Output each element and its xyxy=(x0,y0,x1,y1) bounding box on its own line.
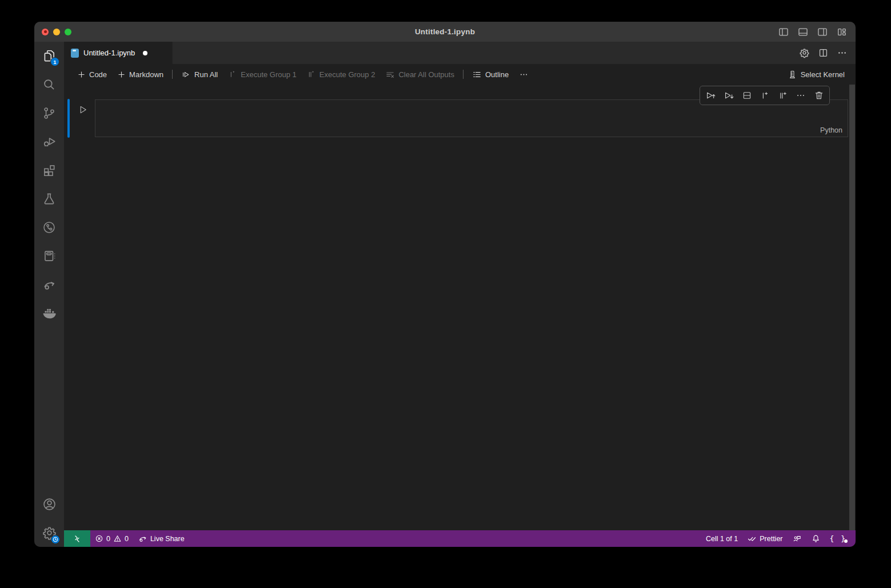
toolbar-separator xyxy=(463,70,464,79)
ellipsis-icon xyxy=(519,70,529,79)
toggle-primary-sidebar-icon[interactable] xyxy=(777,25,790,39)
delete-cell-button[interactable] xyxy=(812,88,826,103)
docker-icon xyxy=(41,305,57,321)
live-share-icon xyxy=(138,534,147,543)
outline-label: Outline xyxy=(485,70,509,79)
zoom-button[interactable] xyxy=(65,29,71,35)
cell-indicator[interactable]: Cell 1 of 1 xyxy=(701,530,742,547)
editor-scrollbar[interactable] xyxy=(849,85,856,530)
notebook-icon xyxy=(42,249,57,263)
customize-layout-icon[interactable] xyxy=(835,25,849,39)
live-share-status[interactable]: Live Share xyxy=(133,530,189,547)
live-share-icon xyxy=(42,277,57,292)
sidebar-item-docker[interactable] xyxy=(34,299,64,327)
close-button[interactable] xyxy=(42,29,49,35)
insert-cell-below-button[interactable] xyxy=(776,88,790,103)
sidebar-item-notebooks[interactable] xyxy=(34,242,64,270)
split-editor-icon[interactable] xyxy=(818,47,829,58)
execute-group-2-label: Execute Group 2 xyxy=(319,70,375,79)
select-kernel-button[interactable]: Select Kernel xyxy=(782,67,850,82)
window-title: Untitled-1.ipynb xyxy=(415,27,475,36)
sidebar-item-search[interactable] xyxy=(34,70,64,99)
notebook-settings-gear-icon[interactable] xyxy=(799,47,810,58)
notebook-file-icon xyxy=(71,49,79,58)
execute-above-icon xyxy=(705,90,716,101)
feedback-icon xyxy=(792,534,802,543)
execute-above-cells-button[interactable] xyxy=(704,88,718,103)
add-markdown-cell-button[interactable]: Markdown xyxy=(112,67,169,82)
prettier-label: Prettier xyxy=(760,535,782,543)
tab-label: Untitled-1.ipynb xyxy=(83,49,135,57)
scrollbar-thumb[interactable] xyxy=(849,85,855,530)
toggle-secondary-sidebar-icon[interactable] xyxy=(816,25,829,39)
activity-bar: 1 xyxy=(34,42,64,547)
toggle-panel-icon[interactable] xyxy=(796,25,810,39)
cell-focus-bar[interactable] xyxy=(67,99,70,138)
sidebar-item-live-share[interactable] xyxy=(34,270,64,299)
run-all-label: Run All xyxy=(194,70,218,79)
explorer-badge: 1 xyxy=(50,57,59,66)
plus-icon xyxy=(77,70,86,79)
execute-group-2-icon xyxy=(307,70,316,79)
gitlens-icon xyxy=(42,220,57,235)
play-icon xyxy=(78,105,88,115)
execute-group-1-label: Execute Group 1 xyxy=(241,70,297,79)
status-bar: 0 0 Live Share Cell 1 of xyxy=(64,530,856,547)
execute-group-2-button[interactable]: Execute Group 2 xyxy=(302,67,381,82)
unsaved-changes-dot[interactable] xyxy=(143,51,147,55)
status-bar-right: Cell 1 of 1 Prettier xyxy=(701,530,856,547)
settings-sync-badge xyxy=(51,535,60,544)
toolbar-more-button[interactable] xyxy=(514,67,534,82)
trash-icon xyxy=(814,90,824,101)
split-cell-button[interactable] xyxy=(740,88,754,103)
sidebar-item-explorer[interactable]: 1 xyxy=(34,42,64,70)
source-control-icon xyxy=(42,106,57,121)
outline-button[interactable]: Outline xyxy=(467,67,514,82)
tab-bar: Untitled-1.ipynb xyxy=(64,42,856,64)
insert-cell-above-button[interactable] xyxy=(757,88,772,103)
cell-toolbar xyxy=(700,86,830,105)
sidebar-item-gitlens[interactable] xyxy=(34,213,64,242)
prettier-status[interactable]: Prettier xyxy=(742,530,787,547)
sidebar-item-testing[interactable] xyxy=(34,185,64,213)
sidebar-item-accounts[interactable] xyxy=(34,490,64,518)
spell-checker-status[interactable]: { } xyxy=(825,530,851,547)
execute-group-1-icon xyxy=(228,70,237,79)
select-kernel-label: Select Kernel xyxy=(801,70,845,79)
clear-all-outputs-icon xyxy=(385,70,395,79)
live-share-label: Live Share xyxy=(150,535,185,543)
insert-cell-above-icon xyxy=(760,90,770,101)
more-actions-icon[interactable] xyxy=(837,47,848,58)
braces-icon: { } xyxy=(830,534,846,543)
run-cell-button[interactable] xyxy=(77,103,89,116)
notifications-button[interactable] xyxy=(806,530,825,547)
minimize-button[interactable] xyxy=(53,29,60,35)
execute-group-1-button[interactable]: Execute Group 1 xyxy=(223,67,302,82)
add-markdown-label: Markdown xyxy=(129,70,163,79)
execute-cell-and-below-button[interactable] xyxy=(721,88,736,103)
remote-indicator[interactable] xyxy=(64,530,90,547)
problems-indicator[interactable]: 0 0 xyxy=(90,530,133,547)
cell-language-picker[interactable]: Python xyxy=(820,126,842,134)
run-all-button[interactable]: Run All xyxy=(176,67,223,82)
tab-untitled-1-ipynb[interactable]: Untitled-1.ipynb xyxy=(64,42,173,64)
bell-icon xyxy=(811,534,821,543)
main-row: 1 xyxy=(34,42,856,547)
sidebar-item-extensions[interactable] xyxy=(34,156,64,185)
add-code-cell-button[interactable]: Code xyxy=(72,67,112,82)
vscode-window: Untitled-1.ipynb xyxy=(34,22,856,547)
sidebar-item-source-control[interactable] xyxy=(34,99,64,127)
sidebar-item-run-debug[interactable] xyxy=(34,127,64,156)
split-cell-icon xyxy=(742,90,752,101)
outline-list-icon xyxy=(472,70,482,79)
cell-more-actions-button[interactable] xyxy=(793,88,808,103)
extensions-icon xyxy=(42,163,57,178)
clear-all-outputs-button[interactable]: Clear All Outputs xyxy=(380,67,460,82)
remote-icon xyxy=(73,534,82,543)
braces-status-dot xyxy=(844,539,848,543)
feedback-button[interactable] xyxy=(788,530,806,547)
beaker-icon xyxy=(42,191,57,206)
notebook-toolbar: Code Markdown xyxy=(64,64,856,85)
sidebar-item-settings[interactable] xyxy=(34,518,64,547)
clock-icon xyxy=(53,537,58,542)
